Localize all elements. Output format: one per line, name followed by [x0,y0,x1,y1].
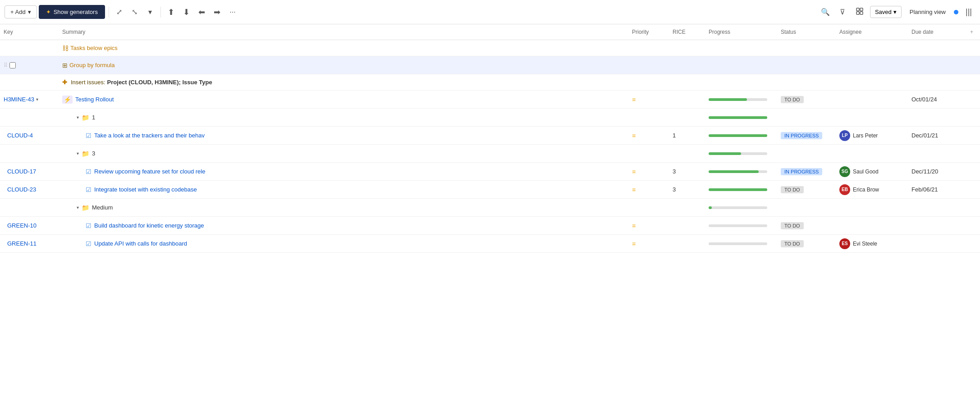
sub-rice-cell [669,152,705,155]
expand-icon-btn[interactable]: ⤢ [113,5,126,19]
summary-link[interactable]: Build dashboard for kinetic energy stora… [94,222,204,229]
status-cell: IN PROGRESS [777,130,836,141]
folder-icon: 📁 [82,204,89,211]
th-add-col[interactable]: + [966,27,980,37]
toolbar-right: 🔍 ⊽ Saved ▾ Planning view ||| [819,5,975,19]
due-date-cell [908,224,966,228]
move-up-icon-btn[interactable]: ⬆ [165,5,178,19]
assignee-cell [836,98,908,101]
rice-cell: 1 [669,130,705,141]
issue-key-link[interactable]: CLOUD-17 [7,168,36,175]
tasks-key-cell [0,46,59,50]
priority-cell: ≡ [628,238,669,249]
sub-group-label: 1 [92,114,95,121]
table-row: ▾ 📁 Medium [0,199,980,217]
move-down-icon-btn[interactable]: ⬇ [180,5,193,19]
sub-progress-cell [705,150,777,157]
tasks-summary-cell[interactable]: ⛓ Tasks below epics [59,43,966,54]
table-row: GREEN-11 ☑ Update API with calls for das… [0,235,980,253]
assignee-cell: ES Evi Steele [836,237,908,251]
avatar: LP [839,130,850,141]
summary-link[interactable]: Integrate toolset with existing codebase [94,186,197,193]
status-badge: IN PROGRESS [781,132,822,139]
sub-group-label: Medium [92,204,113,211]
columns-icon-btn[interactable]: ||| [962,5,975,19]
check-icon: ☑ [86,168,92,175]
summary-link[interactable]: Testing Rollout [75,96,114,103]
move-left-icon-btn[interactable]: ⬅ [195,5,209,19]
move-right-icon-btn[interactable]: ➡ [211,5,224,19]
rice-cell [669,242,705,246]
formula-summary-cell[interactable]: ⊞ Group by formula [59,60,628,71]
filter-button[interactable]: ⊽ [836,5,849,19]
progress-bar-container [709,152,767,155]
summary-cell: ⚡ Testing Rollout [59,94,628,105]
expand-arrow-icon[interactable]: ▾ [36,97,38,102]
sub-priority-cell [628,152,669,155]
th-due-date: Due date [908,27,966,37]
formula-row-checkbox[interactable] [9,62,16,68]
check-icon: ☑ [86,240,92,247]
progress-bar-container [709,188,767,191]
sub-group-summary-cell: ▾ 📁 Medium [59,202,628,213]
insert-summary-cell[interactable]: ✚ Insert issues: Project (CLOUD, H3MINE)… [59,77,628,87]
summary-cell: ☑ Take a look at the trackers and their … [59,130,628,141]
summary-cell: ☑ Build dashboard for kinetic energy sto… [59,220,628,231]
sub-group-arrow-icon[interactable]: ▾ [77,205,79,210]
issue-key-link[interactable]: H3MINE-43 [4,96,34,103]
search-button[interactable]: 🔍 [819,5,832,19]
add-button[interactable]: + Add ▾ [5,5,37,18]
sub-group-key-cell [0,206,59,210]
summary-link[interactable]: Update API with calls for dashboard [94,240,187,247]
insert-label: Insert issues: [71,79,105,86]
planning-view-button[interactable]: Planning view [905,6,950,18]
add-label: + Add [10,9,26,15]
move-left-icon: ⬅ [198,7,205,17]
group-button[interactable] [853,5,866,19]
sub-group-arrow-icon[interactable]: ▾ [77,151,79,156]
progress-cell [705,223,777,229]
rice-cell: 3 [669,184,705,195]
row-key-cell: CLOUD-23 [0,184,59,195]
progress-bar-container [709,206,767,209]
priority-icon: ≡ [632,186,636,193]
drag-handle-icon[interactable]: ⠿ [4,62,8,68]
progress-bar-container [709,242,767,245]
issue-key-link[interactable]: CLOUD-4 [7,132,33,139]
progress-cell [705,169,777,175]
issue-key-link[interactable]: GREEN-10 [7,222,37,229]
issue-key-link[interactable]: GREEN-11 [7,240,37,247]
saved-button[interactable]: Saved ▾ [870,6,902,18]
assignee-name: Erica Brow [853,187,879,193]
th-summary: Summary [59,27,628,37]
expand-icon: ⤢ [116,8,122,16]
show-generators-button[interactable]: ✦ Show generators [39,5,105,19]
priority-cell: ≡ [628,184,669,195]
status-cell: IN PROGRESS [777,166,836,177]
chevron-down-icon-btn[interactable]: ▾ [143,5,157,19]
assignee-cell [836,224,908,228]
progress-bar-fill [709,188,767,191]
sub-group-arrow-icon[interactable]: ▾ [77,115,79,120]
group-by-formula-label[interactable]: Group by formula [69,62,114,68]
progress-cell [705,96,777,103]
sub-group-key-cell [0,152,59,155]
sub-group-key-cell [0,116,59,119]
saved-chevron-icon: ▾ [893,9,897,15]
priority-icon: ≡ [632,240,636,247]
progress-bar-fill [709,98,747,101]
priority-icon: ≡ [632,132,636,139]
link-chain-icon: ⛓ [62,45,69,52]
table-row: ▾ 📁 1 [0,109,980,127]
collapse-icon-btn[interactable]: ⤡ [128,5,142,19]
summary-link[interactable]: Review upcoming feature set for cloud re… [94,168,205,175]
separator-2 [160,7,161,18]
svg-rect-3 [860,12,863,14]
tasks-below-epics-label[interactable]: Tasks below epics [70,45,118,51]
more-button[interactable]: ··· [226,5,239,19]
issue-key-link[interactable]: CLOUD-23 [7,186,36,193]
summary-link[interactable]: Take a look at the trackers and their be… [94,132,205,139]
status-badge: TO DO [781,222,804,229]
insert-issues-row[interactable]: ✚ Insert issues: Project (CLOUD, H3MINE)… [0,74,980,91]
progress-bar-fill [709,152,741,155]
